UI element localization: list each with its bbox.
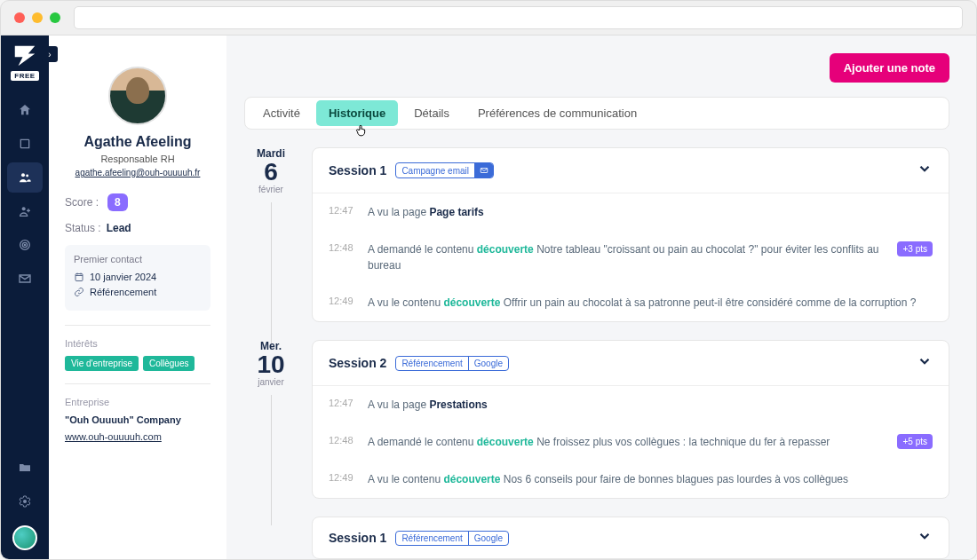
status-row: Status : Lead	[65, 222, 210, 234]
traffic-lights	[14, 12, 60, 23]
event-text: A demandé le contenu découverte Notre ta…	[368, 241, 885, 273]
maximize-window-icon[interactable]	[50, 12, 60, 23]
status-value: Lead	[107, 222, 131, 234]
interests-title: Intérêts	[65, 338, 210, 349]
sidebar-item-contacts[interactable]	[7, 162, 43, 193]
event-time: 12:48	[329, 434, 355, 450]
interests-tags: Vie d'entreprise Collègues	[65, 356, 210, 371]
date-column	[244, 517, 298, 559]
chip-secondary: Google	[469, 357, 508, 370]
company-title: Entreprise	[65, 397, 210, 407]
company-url-link[interactable]: www.ouh-ouuuuh.com	[65, 431, 162, 442]
svg-point-0	[21, 173, 25, 177]
date-column: Mardi 6 février	[244, 147, 298, 322]
date-number: 10	[244, 352, 298, 377]
event-time: 12:49	[329, 471, 355, 487]
first-contact-source: Référencement	[74, 287, 202, 297]
event-row: 12:47 A vu la page Prestations	[313, 386, 949, 423]
event-time: 12:48	[329, 241, 355, 273]
session-title: Session 1	[329, 163, 386, 177]
timeline-row: Mardi 6 février Session 1 Campagne email	[244, 147, 949, 322]
session-header[interactable]: Session 1 Campagne email	[313, 148, 949, 193]
svg-point-2	[22, 207, 26, 210]
tag: Vie d'entreprise	[65, 356, 139, 371]
chevron-down-icon[interactable]	[917, 161, 933, 180]
tab-communication-prefs[interactable]: Préférences de communication	[465, 100, 649, 126]
minimize-window-icon[interactable]	[32, 12, 43, 23]
sidebar-item-add-user[interactable]	[7, 196, 43, 226]
event-time: 12:49	[329, 295, 355, 311]
chevron-down-icon[interactable]	[917, 528, 933, 548]
company-name: "Ouh Ouuuuh" Company	[65, 414, 210, 425]
session-title: Session 2	[329, 356, 386, 370]
plan-badge: FREE	[11, 71, 38, 81]
chip-label: Campagne email	[396, 164, 474, 177]
profile-email-link[interactable]: agathe.afeeling@ouh-ouuuuh.fr	[65, 168, 210, 177]
session-card: Session 1 Référencement Google	[312, 517, 949, 559]
profile-panel: Agathe Afeeling Responsable RH agathe.af…	[49, 35, 226, 559]
status-label: Status :	[65, 222, 101, 234]
event-text: A demandé le contenu découverte Ne frois…	[368, 434, 885, 450]
first-contact-date: 10 janvier 2024	[74, 272, 202, 282]
tab-activity[interactable]: Activité	[250, 100, 313, 126]
sidebar-item-mail[interactable]	[7, 264, 43, 294]
first-contact-source-text: Référencement	[90, 287, 156, 297]
date-column: Mer. 10 janvier	[244, 340, 298, 499]
sidebar-item-settings[interactable]	[7, 486, 43, 517]
tabs: Activité Historique Détails Préférences …	[244, 97, 949, 130]
mail-icon	[475, 163, 493, 177]
tab-details[interactable]: Détails	[401, 100, 462, 126]
source-chip: Campagne email	[395, 162, 494, 178]
divider	[65, 383, 210, 384]
url-bar[interactable]	[74, 6, 963, 29]
sidebar-item-target[interactable]	[7, 230, 43, 260]
timeline-line	[271, 395, 272, 525]
chip-secondary: Google	[469, 532, 508, 545]
svg-rect-7	[75, 274, 83, 281]
score-label: Score :	[65, 196, 99, 209]
points-badge: +3 pts	[897, 241, 933, 256]
event-text: A vu le contenu découverte Nos 6 conseil…	[368, 471, 933, 487]
event-row: 12:49 A vu le contenu découverte Offrir …	[313, 284, 949, 321]
svg-point-5	[24, 244, 25, 245]
profile-title: Responsable RH	[65, 154, 210, 164]
divider	[65, 325, 210, 326]
session-header[interactable]: Session 1 Référencement Google	[313, 517, 949, 558]
browser-chrome	[0, 0, 977, 35]
profile-avatar	[108, 67, 167, 125]
expand-sidebar-icon[interactable]: ›	[42, 46, 58, 62]
chip-label: Référencement	[396, 357, 467, 370]
main-area: Ajouter une note Activité Historique Dét…	[226, 35, 976, 559]
link-icon	[74, 287, 84, 297]
close-window-icon[interactable]	[14, 12, 25, 23]
toolbar: Ajouter une note	[244, 53, 949, 83]
chevron-down-icon[interactable]	[917, 353, 933, 373]
session-header[interactable]: Session 2 Référencement Google	[313, 341, 949, 385]
profile-name: Agathe Afeeling	[65, 134, 210, 150]
event-row: 12:47 A vu la page Page tarifs	[313, 193, 949, 231]
sidebar-item-book[interactable]	[7, 129, 43, 159]
event-text: A vu la page Prestations	[368, 397, 933, 413]
event-row: 12:48 A demandé le contenu découverte No…	[313, 231, 949, 284]
timeline-row: Session 1 Référencement Google	[244, 517, 949, 559]
points-badge: +5 pts	[897, 434, 933, 449]
sidebar-item-home[interactable]	[7, 95, 43, 125]
first-contact-date-text: 10 janvier 2024	[90, 272, 156, 282]
event-text: A vu le contenu découverte Offrir un pai…	[368, 295, 933, 311]
session-card: Session 2 Référencement Google 12:47 A v…	[312, 340, 949, 499]
first-contact-box: Premier contact 10 janvier 2024 Référenc…	[65, 245, 210, 311]
sidebar-item-folder[interactable]	[7, 453, 43, 483]
session-title: Session 1	[329, 531, 386, 545]
svg-point-1	[26, 175, 28, 177]
source-chip: Référencement Google	[395, 531, 509, 546]
date-month: février	[244, 185, 298, 194]
add-note-button[interactable]: Ajouter une note	[830, 53, 949, 83]
score-badge: 8	[107, 193, 128, 211]
user-avatar-icon[interactable]	[12, 525, 37, 550]
chip-label: Référencement	[396, 532, 467, 545]
event-row: 12:49 A vu le contenu découverte Nos 6 c…	[313, 461, 949, 498]
event-text: A vu la page Page tarifs	[368, 204, 933, 220]
date-number: 6	[244, 160, 298, 185]
sidebar: › FREE	[1, 35, 49, 559]
event-time: 12:47	[329, 204, 355, 220]
